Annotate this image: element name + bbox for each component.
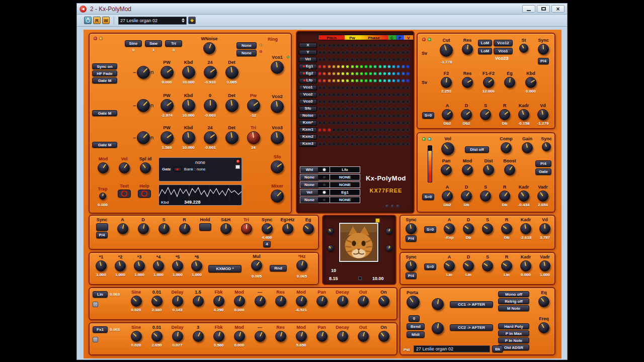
routing-source-button-3[interactable]: None: [300, 182, 318, 188]
matrix-cell-sfo-9[interactable]: [360, 107, 363, 111]
env3-sync-knob[interactable]: [406, 223, 417, 234]
matrix-cell-sfo-7[interactable]: [351, 107, 354, 111]
matrix-cell-vco1-17[interactable]: [396, 86, 400, 89]
matrix-cell-y-13[interactable]: [378, 51, 382, 54]
matrix-cell-kxm2-12[interactable]: [373, 135, 377, 139]
xy-marker[interactable]: [375, 218, 380, 223]
fx2-on-knob[interactable]: [378, 331, 389, 342]
mul-knob[interactable]: [251, 260, 262, 273]
matrix-cell-eg1-6[interactable]: [346, 65, 349, 68]
wave-sine-button[interactable]: Sine: [125, 40, 142, 47]
matrix-cell-vco3-10[interactable]: [364, 100, 368, 104]
matrix-cell-kxm2-0[interactable]: [318, 135, 321, 139]
matrix-cell-kxm2-7[interactable]: [351, 135, 354, 139]
edit-controls-button[interactable]: ◆: [188, 17, 196, 24]
matrix-cell-kxm-10[interactable]: [364, 121, 368, 125]
matrix-row-sfo-button[interactable]: Sfo: [299, 106, 317, 112]
matrix-cell-vel-17[interactable]: [396, 58, 400, 61]
env3-s-knob[interactable]: [482, 223, 493, 234]
matrix-cell-sfo-6[interactable]: [346, 107, 349, 111]
matrix-cell-sfo-10[interactable]: [364, 107, 368, 111]
osc-vco2-knob[interactable]: [271, 100, 284, 113]
matrix-cell-kxm2-16[interactable]: [392, 135, 395, 139]
osc3-kbd-knob[interactable]: [182, 131, 195, 144]
matrix-cell-kxm3-10[interactable]: [364, 142, 368, 146]
matrix-cell-x-11[interactable]: [369, 44, 372, 47]
matrix-row-kxm-button[interactable]: Kxm*: [299, 120, 317, 126]
matrix-cell-vco3-14[interactable]: [383, 100, 386, 104]
matrix-cell-kxm3-17[interactable]: [396, 142, 400, 146]
matrix-cell-vco1-11[interactable]: [369, 86, 372, 89]
matrix-cell-x-9[interactable]: [360, 44, 363, 47]
matrix-cell-kxm2-4[interactable]: [337, 135, 340, 139]
matrix-cell-eg1-12[interactable]: [373, 65, 377, 68]
matrix-cell-eg1-4[interactable]: [337, 65, 340, 68]
vol-knob[interactable]: [441, 142, 454, 155]
matrix-cell-sfo-3[interactable]: [332, 107, 336, 111]
matrix-cell-vco3-13[interactable]: [378, 100, 382, 104]
fx1-mod-knob[interactable]: [296, 296, 307, 307]
env4-sync-knob[interactable]: [406, 260, 417, 272]
matrix-cell-noise-1[interactable]: [323, 114, 326, 118]
matrix-cell-eg2-17[interactable]: [396, 72, 400, 75]
octave-button[interactable]: 0: [409, 315, 420, 322]
osc2-pw-knob[interactable]: [247, 99, 260, 112]
gate-button[interactable]: [174, 167, 182, 171]
amp-boost-knob[interactable]: [504, 164, 515, 175]
amp-env-d-knob[interactable]: [461, 191, 472, 202]
ring-none-button-2[interactable]: None: [236, 50, 257, 56]
matrix-cell-vel-2[interactable]: [328, 58, 331, 61]
fx1-res-knob[interactable]: [275, 296, 286, 307]
transpose-knob[interactable]: [99, 193, 106, 202]
routing-source-button-2[interactable]: None: [300, 174, 318, 180]
matrix-cell-lfo-0[interactable]: [318, 79, 321, 82]
cc1-amount-knob[interactable]: [432, 298, 444, 310]
fx1-decay-knob[interactable]: [337, 296, 348, 307]
save-icon[interactable]: [235, 165, 240, 169]
env4-a-knob[interactable]: [444, 260, 455, 272]
matrix-cell-kxm2-14[interactable]: [383, 135, 386, 139]
matrix-cell-vel-16[interactable]: [392, 58, 395, 61]
routing-destination-3[interactable]: NONE: [330, 182, 360, 188]
matrix-cell-noise-5[interactable]: [341, 114, 345, 118]
matrix-cell-vco1-12[interactable]: [373, 86, 377, 89]
matrix-cell-eg1-14[interactable]: [383, 65, 386, 68]
matrix-cell-kxm3-11[interactable]: [369, 142, 372, 146]
matrix-cell-kxm2-8[interactable]: [355, 135, 359, 139]
matrix-cell-kxm3-18[interactable]: [401, 142, 405, 146]
matrix-cell-vco3-18[interactable]: [401, 100, 405, 104]
matrix-cell-lfo-1[interactable]: [323, 79, 326, 82]
matrix-cell-y-11[interactable]: [369, 51, 372, 54]
filter-eg-knob[interactable]: [504, 77, 515, 88]
matrix-cell-vco2-12[interactable]: [373, 93, 377, 97]
matrix-cell-vel-7[interactable]: [351, 58, 354, 61]
matrix-cell-vco3-17[interactable]: [396, 100, 400, 104]
filter-res-knob[interactable]: [462, 77, 473, 88]
matrix-cell-y-14[interactable]: [383, 51, 386, 54]
matrix-cell-y-19[interactable]: [406, 51, 410, 54]
fx2-fbk-knob[interactable]: [213, 331, 224, 342]
amp-mod-knob[interactable]: [462, 164, 473, 175]
amp-pan-knob[interactable]: [441, 164, 452, 175]
filter-sync-knob[interactable]: [538, 44, 549, 55]
lfo-step-button[interactable]: 4: [263, 241, 270, 247]
matrix-cell-kxm-5[interactable]: [341, 121, 345, 125]
gain-knob[interactable]: [522, 142, 533, 153]
matrix-row-lfo-button[interactable]: Lfo: [299, 78, 317, 83]
matrix-cell-eg2-16[interactable]: [392, 72, 395, 75]
matrix-cell-kxm-12[interactable]: [373, 121, 377, 125]
matrix-cell-noise-11[interactable]: [369, 114, 372, 118]
osc-mixer-knob[interactable]: [271, 190, 284, 203]
osc2-0-knob[interactable]: [204, 99, 217, 112]
matrix-cell-vco3-5[interactable]: [341, 100, 345, 104]
matrix-cell-vco1-1[interactable]: [323, 86, 326, 89]
matrix-cell-y-7[interactable]: [351, 51, 354, 54]
matrix-cell-kxm3-12[interactable]: [373, 142, 377, 146]
matrix-cell-kxm3-14[interactable]: [383, 142, 386, 146]
env3-vd-knob[interactable]: [539, 223, 550, 234]
matrix-cell-vco2-18[interactable]: [401, 93, 405, 97]
matrix-cell-vco2-7[interactable]: [351, 93, 354, 97]
kxmod-mode-button[interactable]: KXMOD *: [208, 265, 242, 273]
matrix-cell-eg1-2[interactable]: [328, 65, 331, 68]
matrix-cell-kxm3-15[interactable]: [387, 142, 391, 146]
